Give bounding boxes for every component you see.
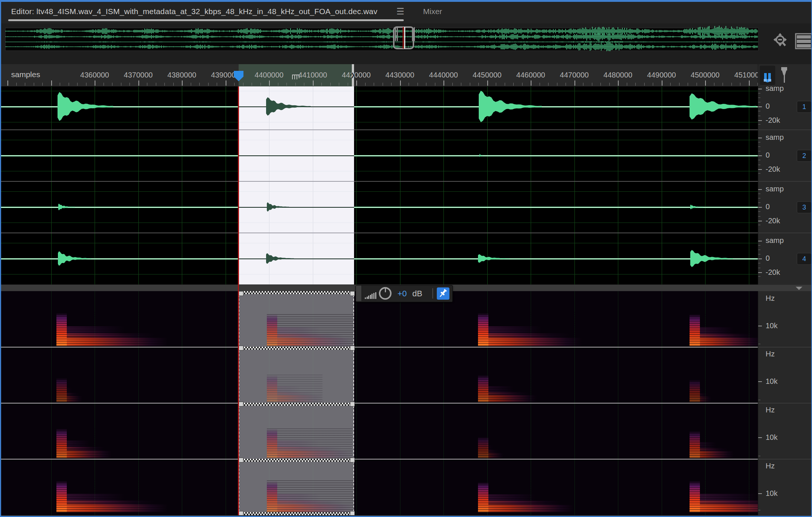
ruler-tick xyxy=(443,80,444,86)
spectrogram-burst xyxy=(267,374,322,402)
channel-badge[interactable]: 4 xyxy=(797,253,812,265)
ruler-tick xyxy=(77,83,78,86)
hud-drag-handle[interactable] xyxy=(356,286,362,301)
scale-tick xyxy=(758,151,760,151)
selection-ants-strip xyxy=(239,291,353,294)
scale-tick xyxy=(758,258,762,259)
scale-tick xyxy=(758,241,762,241)
snap-button[interactable] xyxy=(760,66,775,85)
selection-handle[interactable] xyxy=(239,511,243,515)
selection-ants-strip xyxy=(239,459,353,462)
spectrogram-burst xyxy=(56,480,168,512)
viewport-grip-left[interactable] xyxy=(395,27,396,41)
hud-pin-button[interactable] xyxy=(437,287,449,300)
scale-tick xyxy=(758,169,762,170)
ruler-tick xyxy=(540,83,540,86)
selection-handle[interactable] xyxy=(350,346,355,350)
ruler-tick xyxy=(25,83,25,86)
ruler-tick xyxy=(435,83,435,86)
scale-tick xyxy=(758,124,760,125)
selection-handle[interactable] xyxy=(350,291,355,296)
selection-handle[interactable] xyxy=(350,511,355,515)
channel-badge[interactable]: 1 xyxy=(797,101,812,113)
tab-editor[interactable]: Editor: ltv48_4ISM.wav_4_ISM_with_metada… xyxy=(11,7,377,16)
ruler-tick-label: 4510000 xyxy=(734,71,758,79)
scale-label-10k: 10k xyxy=(766,377,777,386)
spectrogram-display[interactable] xyxy=(0,291,758,515)
overview-waveform-strip[interactable] xyxy=(5,28,759,51)
channel-badge[interactable]: 2 xyxy=(797,150,812,162)
timeline-ruler[interactable]: samples 43600004370000438000043900004400… xyxy=(0,64,758,87)
scale-tick xyxy=(758,106,762,107)
ruler-tick xyxy=(173,83,174,86)
selection-handle[interactable] xyxy=(239,346,243,350)
waveform-burst xyxy=(266,253,294,264)
waveform-selection[interactable] xyxy=(239,86,354,284)
spectrogram-burst xyxy=(56,312,168,346)
scale-label-low: -20k xyxy=(766,217,780,225)
viewport-grip-left[interactable] xyxy=(397,27,398,41)
ruler-tick-label: 4500000 xyxy=(691,71,720,79)
ruler-tick-label: 4450000 xyxy=(473,71,502,79)
ruler-tick xyxy=(217,83,217,86)
ruler-tick xyxy=(261,83,261,86)
ruler-tick xyxy=(400,80,401,86)
selection-handle[interactable] xyxy=(239,291,243,296)
selection-handle[interactable] xyxy=(239,402,243,406)
zoom-navigate-icon[interactable] xyxy=(771,32,790,51)
ruler-tick xyxy=(287,83,287,86)
spectrogram-burst xyxy=(690,430,734,458)
channel-badge[interactable]: 3 xyxy=(797,201,812,213)
spectrogram-burst xyxy=(56,427,112,458)
t-pin-icon[interactable] xyxy=(779,66,790,85)
viewport-grip-right[interactable] xyxy=(414,27,415,41)
scale-tick xyxy=(758,202,760,203)
ruler-tick xyxy=(679,83,680,86)
ruler-tick xyxy=(522,83,523,86)
hud-separator xyxy=(432,288,433,299)
scale-tick xyxy=(758,194,760,194)
ruler-tick xyxy=(147,83,147,86)
spectrogram-burst xyxy=(267,427,352,458)
current-time-indicator[interactable] xyxy=(238,86,239,515)
ruler-tick xyxy=(452,83,453,86)
viewport-grip-right[interactable] xyxy=(412,27,413,41)
scale-tick xyxy=(758,400,760,400)
scale-label-hz: Hz xyxy=(766,350,775,358)
overview-playhead[interactable] xyxy=(403,27,404,49)
scale-label-low: -20k xyxy=(766,116,780,125)
ruler-tick xyxy=(356,80,357,86)
stacked-rows-icon[interactable] xyxy=(795,33,812,49)
scale-label-zero: 0 xyxy=(766,151,770,159)
waveform-traces xyxy=(0,86,758,284)
ruler-tick xyxy=(505,83,505,86)
selection-handle[interactable] xyxy=(350,458,355,462)
collapse-arrow-icon[interactable] xyxy=(796,287,802,290)
waveform-display[interactable] xyxy=(0,86,758,284)
active-tab-underline xyxy=(8,19,404,21)
selection-end-chevron-icon: ❯ xyxy=(350,72,355,78)
selection-handle[interactable] xyxy=(239,458,243,462)
spectrogram-burst xyxy=(267,313,354,346)
ruler-tick xyxy=(34,83,34,86)
ruler-tick xyxy=(121,83,121,86)
selection-handle[interactable] xyxy=(350,402,355,406)
waveform-burst xyxy=(478,254,510,263)
tab-mixer[interactable]: Mixer xyxy=(423,7,442,16)
scale-tick xyxy=(758,245,760,246)
ruler-tick xyxy=(269,80,270,86)
scale-tick xyxy=(758,165,760,165)
ruler-tick xyxy=(304,83,304,86)
ruler-tick xyxy=(740,83,740,86)
scale-tick xyxy=(758,276,760,277)
gain-hud[interactable]: +0 dB xyxy=(356,285,453,302)
selection-ants-strip xyxy=(239,512,353,515)
scale-tick xyxy=(758,211,760,212)
scale-tick xyxy=(758,146,760,147)
scale-tick xyxy=(758,216,760,217)
spectral-selection-marquee[interactable] xyxy=(239,291,354,515)
waveform-burst xyxy=(266,97,311,116)
clip-marker-icon xyxy=(292,75,299,75)
gain-value[interactable]: +0 xyxy=(397,289,407,299)
panel-menu-icon[interactable]: ☰ xyxy=(396,6,405,17)
